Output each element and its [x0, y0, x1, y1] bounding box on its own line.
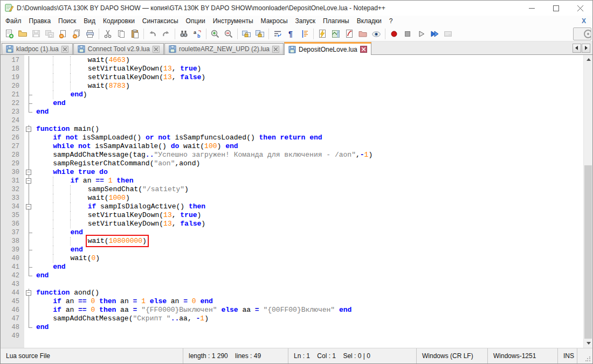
line-number[interactable]: 29 — [1, 159, 24, 168]
scrollbar-thumb[interactable] — [584, 165, 592, 339]
save-all-button[interactable] — [43, 27, 56, 40]
function-list-button[interactable] — [343, 27, 356, 40]
code-line-33[interactable]: 33 wait(1000) — [1, 194, 583, 202]
close-all-button[interactable] — [70, 27, 83, 40]
line-number[interactable]: 24 — [1, 116, 24, 125]
line-number[interactable]: 38 — [1, 237, 24, 246]
redo-button[interactable] — [160, 27, 173, 40]
code-line-18[interactable]: 18 setVirtualKeyDown(13, true) — [1, 65, 583, 73]
new-file-button[interactable] — [3, 27, 16, 40]
menu-item-?[interactable]: ? — [385, 16, 397, 26]
code-line-39[interactable]: 39 end — [1, 246, 583, 254]
tab-close-icon[interactable] — [272, 46, 279, 53]
menu-item-макросы[interactable]: Макросы — [257, 16, 292, 26]
fold-collapse-box[interactable]: − — [24, 168, 34, 177]
scroll-up-button[interactable] — [584, 55, 592, 64]
code-line-21[interactable]: 21 end) — [1, 90, 583, 99]
fold-collapse-box[interactable]: − — [24, 177, 34, 185]
line-number[interactable]: 49 — [1, 332, 24, 340]
line-number[interactable]: 17 — [1, 56, 24, 65]
code-line-38[interactable]: 38 wait(10800000) — [1, 237, 583, 246]
line-number[interactable]: 34 — [1, 202, 24, 211]
line-number[interactable]: 33 — [1, 194, 24, 202]
code-line-28[interactable]: 28 sampAddChatMessage(tag.."Успешно загр… — [1, 151, 583, 159]
open-file-button[interactable] — [16, 27, 29, 40]
menu-item-плагины[interactable]: Плагины — [319, 16, 353, 26]
line-number[interactable]: 32 — [1, 185, 24, 194]
maximize-button[interactable] — [544, 1, 568, 16]
code-line-47[interactable]: 47 sampAddChatMessage("Скрипт "..aa, -1) — [1, 314, 583, 323]
tab-roulettearz-new-upd-2-lua[interactable]: rouletteARZ_NEW_UPD (2).lua — [164, 43, 284, 54]
code-line-24[interactable]: 24 — [1, 116, 583, 125]
code-line-43[interactable]: 43 — [1, 280, 583, 289]
menu-item-правка[interactable]: Правка — [25, 16, 55, 26]
menu-close-x[interactable]: X — [582, 17, 586, 25]
menu-item-синтаксисы[interactable]: Синтаксисы — [139, 16, 182, 26]
code-line-19[interactable]: 19 setVirtualKeyDown(13, false) — [1, 73, 583, 82]
toolbar-overflow-button[interactable] — [573, 27, 591, 40]
macro-record-button[interactable] — [388, 27, 401, 40]
macro-run-multiple-button[interactable] — [428, 27, 441, 40]
line-number[interactable]: 27 — [1, 142, 24, 151]
menu-item-кодировки[interactable]: Кодировки — [99, 16, 139, 26]
resize-grip[interactable] — [577, 348, 592, 363]
zoom-in-button[interactable] — [209, 27, 222, 40]
code-line-40[interactable]: 40 wait(0) — [1, 254, 583, 263]
code-line-30[interactable]: 30− while true do — [1, 168, 583, 177]
code-line-49[interactable]: 49 — [1, 332, 583, 340]
code-line-17[interactable]: 17 wait(4663) — [1, 56, 583, 65]
code-line-32[interactable]: 32 sampSendChat("/satiety") — [1, 185, 583, 194]
line-number[interactable]: 28 — [1, 151, 24, 159]
find-button[interactable] — [177, 27, 190, 40]
code-line-48[interactable]: 48end — [1, 323, 583, 332]
scroll-down-button[interactable] — [584, 339, 592, 348]
code-line-44[interactable]: 44−function aond() — [1, 289, 583, 297]
code-line-31[interactable]: 31− if an == 1 then — [1, 177, 583, 185]
copy-button[interactable] — [115, 27, 128, 40]
tab-close-icon[interactable] — [153, 46, 160, 53]
code-line-20[interactable]: 20 wait(8783) — [1, 82, 583, 90]
close-button[interactable] — [568, 1, 592, 16]
menu-item-вкладки[interactable]: Вкладки — [353, 16, 385, 26]
code-line-34[interactable]: 34− if sampIsDialogActive() then — [1, 202, 583, 211]
word-wrap-button[interactable] — [271, 27, 284, 40]
line-number[interactable]: 46 — [1, 306, 24, 314]
code-line-37[interactable]: 37 end — [1, 228, 583, 237]
menu-item-опции[interactable]: Опции — [182, 16, 209, 26]
code-line-46[interactable]: 46 if an == 0 then aa = "{FF0000}Выключе… — [1, 306, 583, 314]
line-number[interactable]: 31 — [1, 177, 24, 185]
menu-item-запуск[interactable]: Запуск — [292, 16, 320, 26]
code-line-23[interactable]: 23end — [1, 108, 583, 116]
code-line-36[interactable]: 36 setVirtualKeyDown(13, false) — [1, 220, 583, 228]
macro-play-button[interactable] — [415, 27, 427, 40]
fold-collapse-box[interactable]: − — [24, 289, 34, 297]
line-number[interactable]: 19 — [1, 73, 24, 82]
code-line-25[interactable]: 25−function main() — [1, 125, 583, 134]
line-number[interactable]: 42 — [1, 271, 24, 280]
line-number[interactable]: 20 — [1, 82, 24, 90]
code-line-29[interactable]: 29 sampRegisterChatCommand("aon",aond) — [1, 159, 583, 168]
editor-pane[interactable]: 17 wait(4663)18 setVirtualKeyDown(13, tr… — [1, 54, 592, 348]
undo-button[interactable] — [146, 27, 159, 40]
tab-scroll-left-button[interactable] — [573, 44, 581, 53]
replace-button[interactable]: ab — [191, 27, 204, 40]
menu-item-инструменты[interactable]: Инструменты — [209, 16, 257, 26]
document-map-button[interactable] — [329, 27, 342, 40]
code-line-45[interactable]: 45 if an == 0 then an = 1 else an = 0 en… — [1, 297, 583, 306]
menu-item-поиск[interactable]: Поиск — [54, 16, 80, 26]
line-number[interactable]: 37 — [1, 228, 24, 237]
tab-scroll-right-button[interactable] — [582, 44, 590, 53]
line-number[interactable]: 45 — [1, 297, 24, 306]
line-number[interactable]: 35 — [1, 211, 24, 220]
tab-depositonelove-lua[interactable]: DepositOneLove.lua — [284, 42, 371, 55]
vertical-scrollbar[interactable] — [583, 55, 592, 348]
line-number[interactable]: 39 — [1, 246, 24, 254]
line-number[interactable]: 47 — [1, 314, 24, 323]
save-file-button[interactable] — [30, 27, 43, 40]
line-number[interactable]: 25 — [1, 125, 24, 134]
menu-item-файл[interactable]: Файл — [2, 16, 25, 26]
line-number[interactable]: 41 — [1, 263, 24, 271]
sync-scroll-v-button[interactable] — [240, 27, 253, 40]
indent-guide-button[interactable] — [298, 27, 311, 40]
code-line-35[interactable]: 35 setVirtualKeyDown(13, true) — [1, 211, 583, 220]
